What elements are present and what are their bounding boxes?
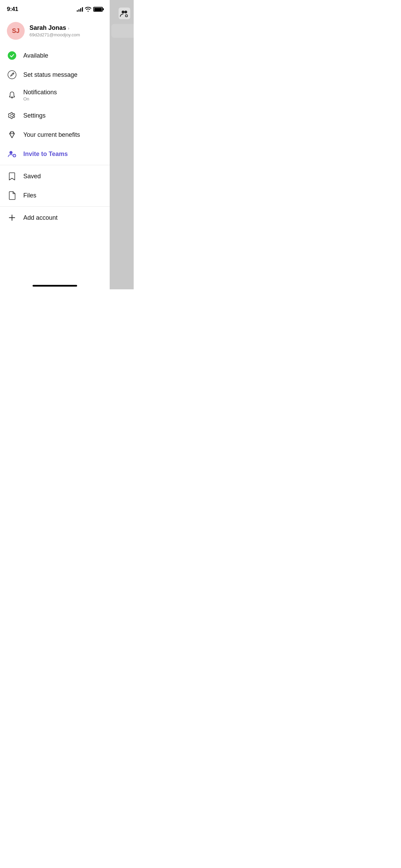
diamond-icon xyxy=(7,130,17,140)
svg-point-0 xyxy=(8,51,16,60)
add-team-icon xyxy=(118,7,131,20)
divider-1 xyxy=(0,165,110,165)
menu-sublabel-notifications: On xyxy=(23,96,57,101)
settings-icon xyxy=(7,110,17,121)
menu-item-set-status[interactable]: Set status message xyxy=(0,65,110,84)
profile-info: Sarah Jonas › 69d2d271@moodjoy.com xyxy=(29,24,80,37)
divider-2 xyxy=(0,206,110,207)
menu-item-notifications[interactable]: Notifications On xyxy=(0,84,110,106)
edit-icon xyxy=(7,70,17,80)
status-time: 9:41 xyxy=(7,6,18,13)
signal-icon xyxy=(77,7,83,12)
menu-label-invite: Invite to Teams xyxy=(23,150,68,158)
menu-list: Available Set status message xyxy=(0,46,110,289)
invite-icon xyxy=(7,149,17,159)
menu-item-saved[interactable]: Saved xyxy=(0,167,110,186)
plus-icon xyxy=(7,213,17,223)
menu-label-notifications: Notifications xyxy=(23,89,57,96)
profile-email: 69d2d271@moodjoy.com xyxy=(29,32,80,37)
menu-label-available: Available xyxy=(23,52,48,59)
wifi-icon xyxy=(85,7,91,12)
bookmark-icon xyxy=(7,171,17,181)
right-panel xyxy=(110,0,134,289)
menu-item-available[interactable]: Available xyxy=(0,46,110,65)
chevron-right-icon: › xyxy=(68,26,69,31)
bell-icon xyxy=(7,90,17,100)
svg-point-1 xyxy=(8,71,16,79)
status-bar: 9:41 xyxy=(0,0,110,17)
menu-text-notifications: Notifications On xyxy=(23,89,57,101)
file-icon xyxy=(7,190,17,201)
available-icon xyxy=(7,50,17,61)
avatar: SJ xyxy=(7,22,25,40)
menu-panel: 9:41 xyxy=(0,0,110,289)
svg-point-2 xyxy=(10,151,13,154)
menu-item-files[interactable]: Files xyxy=(0,186,110,205)
profile-name: Sarah Jonas xyxy=(29,24,66,32)
profile-section[interactable]: SJ Sarah Jonas › 69d2d271@moodjoy.com xyxy=(0,17,110,46)
right-panel-box xyxy=(111,24,134,38)
menu-label-add-account: Add account xyxy=(23,214,58,221)
svg-rect-4 xyxy=(119,8,130,19)
menu-item-invite[interactable]: Invite to Teams xyxy=(0,144,110,164)
menu-item-benefits[interactable]: Your current benefits xyxy=(0,125,110,144)
menu-item-add-account[interactable]: Add account xyxy=(0,208,110,227)
home-indicator xyxy=(33,285,77,287)
battery-icon xyxy=(93,7,103,12)
menu-item-settings[interactable]: Settings xyxy=(0,106,110,125)
svg-point-6 xyxy=(124,11,127,13)
menu-label-saved: Saved xyxy=(23,173,41,180)
svg-point-5 xyxy=(122,11,124,13)
menu-label-settings: Settings xyxy=(23,112,46,119)
menu-label-benefits: Your current benefits xyxy=(23,131,80,138)
menu-label-files: Files xyxy=(23,192,36,199)
status-icons xyxy=(77,7,103,12)
menu-label-set-status: Set status message xyxy=(23,71,77,79)
